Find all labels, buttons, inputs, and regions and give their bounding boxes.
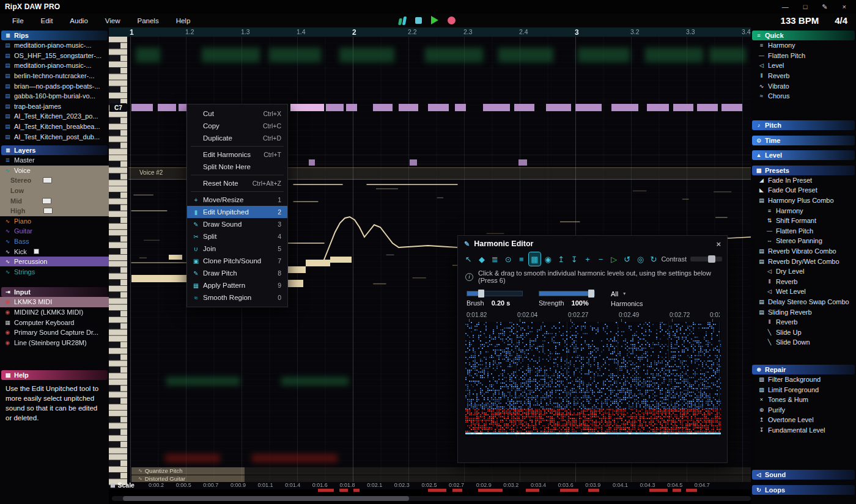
record-button[interactable]: [448, 16, 456, 24]
preset-item[interactable]: ◁Dry Level: [751, 266, 856, 277]
voice-region-label[interactable]: Voice #2: [139, 169, 163, 176]
repair-limit-foreground[interactable]: ▨Limit Foreground: [751, 384, 856, 395]
harmonic-editor-titlebar[interactable]: ✎ Harmonic Editor ×: [458, 236, 727, 252]
rip-item[interactable]: ▤brian—no-pads-pop-beats-...: [0, 81, 109, 91]
rip-item[interactable]: ▤meditation-piano-music-...: [0, 40, 109, 51]
menu-audio[interactable]: Audio: [61, 17, 96, 24]
time-ruler[interactable]: 0:00.20:00.50:00.70:00.90:01.10:01.40:01…: [149, 482, 710, 488]
history-icon[interactable]: ↺: [622, 252, 633, 266]
ctx-draw-pitch[interactable]: ✎Draw Pitch8: [187, 267, 287, 279]
rip-meter-icon[interactable]: [399, 16, 406, 25]
pencil-icon[interactable]: ✎: [822, 3, 827, 11]
ctx-join[interactable]: ∪Join5: [187, 243, 287, 255]
menu-view[interactable]: View: [97, 17, 129, 24]
ctx-duplicate[interactable]: DuplicateCtrl+D: [187, 132, 287, 144]
smooth-harmonics-tool-icon[interactable]: ▦: [529, 252, 541, 266]
hand-tool-icon[interactable]: ⊙: [503, 252, 514, 266]
time-panel-header[interactable]: ⊙Time: [752, 136, 855, 145]
harmonics-select[interactable]: All▾: [611, 290, 643, 297]
voice-low[interactable]: Low: [0, 186, 109, 196]
preset-item[interactable]: ◣Fade Out Preset: [751, 185, 856, 195]
voice-mid[interactable]: Mid: [0, 195, 109, 206]
minimize-icon[interactable]: —: [782, 3, 789, 11]
input-item[interactable]: ▦Computer Keyboard: [0, 317, 109, 327]
quick-reverb[interactable]: ‖Reverb: [751, 71, 856, 81]
close-icon[interactable]: ×: [843, 3, 846, 11]
layer-piano[interactable]: ∿Piano: [0, 216, 109, 227]
quick-vibrato[interactable]: ∿Vibrato: [751, 81, 856, 91]
rip-item[interactable]: ▤trap-beat-james: [0, 101, 109, 112]
rip-item[interactable]: ▤OS_HHF_155_songstarter-...: [0, 51, 109, 61]
quick-panel-header[interactable]: ≡Quick: [752, 31, 855, 40]
input-item[interactable]: ◉Primary Sound Capture Dr...: [0, 327, 109, 338]
input-item[interactable]: ◉Line (Steinberg UR28M): [0, 337, 109, 348]
ctx-edit-unpitched[interactable]: ▮Edit Unpitched2: [187, 206, 287, 218]
preset-item[interactable]: ╲Slide Up: [751, 327, 856, 337]
ctx-cut[interactable]: CutCtrl+X: [187, 108, 287, 120]
close-icon[interactable]: ×: [716, 239, 721, 249]
bar-ruler[interactable]: 1 1.2 1.3 1.4 2 2.2 2.3 2.4 3 3.2 3.3 3.…: [128, 27, 751, 37]
voice-high[interactable]: High: [0, 206, 109, 216]
rips-panel-header[interactable]: ≣Rips: [1, 31, 108, 40]
repair-purify[interactable]: ⊛Purify: [751, 404, 856, 415]
preset-item[interactable]: ⇅Shift Formant: [751, 216, 856, 226]
pointer-tool-icon[interactable]: ↖: [463, 252, 474, 266]
layer-bass[interactable]: ∿Bass: [0, 236, 109, 247]
preset-item[interactable]: ◁Wet Level: [751, 287, 856, 297]
quick-flatten-pitch[interactable]: —Flatten Pitch: [751, 51, 856, 61]
rip-item[interactable]: ▤AI_Test_Kitchen_breakbea...: [0, 122, 109, 132]
ctx-apply-pattern[interactable]: ▦Apply Pattern9: [187, 279, 287, 291]
strength-slider[interactable]: [539, 291, 595, 296]
preset-item[interactable]: ▤Reverb Dry/Wet Combo: [751, 256, 856, 266]
layer-guitar[interactable]: ∿Guitar: [0, 226, 109, 236]
camera-icon[interactable]: ◉: [542, 252, 554, 266]
layer-master[interactable]: ≣Master: [0, 155, 109, 166]
stop-button[interactable]: [415, 17, 422, 24]
menu-file[interactable]: File: [4, 17, 32, 24]
preset-item[interactable]: ◢Fade In Preset: [751, 175, 856, 186]
input-panel-header[interactable]: ⇥Input: [1, 287, 108, 297]
ctx-draw-sound[interactable]: ✎Draw Sound3: [187, 218, 287, 230]
add-icon[interactable]: +: [582, 252, 594, 266]
rip-item[interactable]: ▤AI_Test_Kitchen_post_dub...: [0, 131, 109, 142]
ctx-split[interactable]: ✂Split4: [187, 230, 287, 243]
repair-tones-hum[interactable]: ×Tones & Hum: [751, 395, 856, 405]
mid-slider[interactable]: [42, 198, 51, 204]
levels-tool-icon[interactable]: ≣: [489, 252, 501, 266]
rip-item[interactable]: ▤berlin-techno-nutcracker-...: [0, 71, 109, 81]
repair-panel-header[interactable]: ⊛Repair: [752, 365, 855, 374]
scale-control[interactable]: ▦ Scale: [110, 481, 135, 489]
rip-item[interactable]: ▤gabba-160-bpm-burial-vo...: [0, 91, 109, 101]
repair-fundamental-level[interactable]: ↧Fundamental Level: [751, 425, 856, 436]
distorted-guitar-region[interactable]: ∿Distorted Guitar: [131, 475, 751, 483]
horizontal-scrollbar[interactable]: [112, 496, 751, 501]
level-panel-header[interactable]: ▲Level: [752, 150, 855, 160]
kick-slider[interactable]: [34, 249, 39, 254]
quick-harmony[interactable]: ≡Harmony: [751, 40, 856, 51]
ctx-edit-harmonics[interactable]: Edit HarmonicsCtrl+T: [187, 148, 287, 161]
repair-filter-background[interactable]: ▧Filter Background: [751, 374, 856, 385]
refresh-icon[interactable]: ↻: [648, 252, 660, 266]
layer-voice[interactable]: ∿Voice: [0, 166, 109, 176]
ctx-clone-pitch-sound[interactable]: ▣Clone Pitch/Sound7: [187, 255, 287, 267]
lines-tool-icon[interactable]: ≡: [516, 252, 528, 266]
layers-panel-header[interactable]: ≣Layers: [1, 145, 108, 155]
scrollbar-thumb[interactable]: [123, 496, 409, 501]
quick-chorus[interactable]: ≈Chorus: [751, 91, 856, 101]
layer-strings[interactable]: ∿Strings: [0, 266, 109, 277]
ctx-reset-note[interactable]: Reset NoteCtrl+Alt+Z: [187, 177, 287, 189]
export-down-icon[interactable]: ↧: [569, 252, 580, 266]
export-up-icon[interactable]: ↥: [555, 252, 567, 266]
help-panel-header[interactable]: ▤Help: [1, 370, 108, 380]
ctx-copy[interactable]: CopyCtrl+C: [187, 120, 287, 132]
rip-item[interactable]: ▤AI_Test_Kitchen_2023_po...: [0, 111, 109, 122]
menu-panels[interactable]: Panels: [129, 17, 168, 24]
preset-item[interactable]: ╲Slide Down: [751, 337, 856, 348]
preset-item[interactable]: ≡Harmony: [751, 205, 856, 216]
ctx-split-note-here[interactable]: Split Note Here: [187, 161, 287, 173]
menu-edit[interactable]: Edit: [32, 17, 62, 24]
preset-item[interactable]: ‖Reverb: [751, 277, 856, 287]
preset-item[interactable]: ‖Reverb: [751, 317, 856, 327]
preset-item[interactable]: ▤Sliding Reverb: [751, 307, 856, 317]
ctx-move-resize[interactable]: +Move/Resize1: [187, 194, 287, 206]
